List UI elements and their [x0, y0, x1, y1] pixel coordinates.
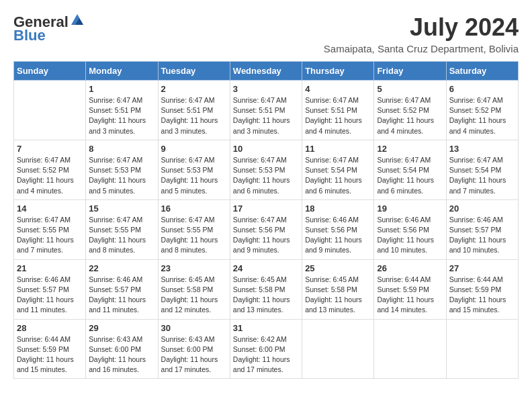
calendar-week-row-4: 28 Sunrise: 6:44 AM Sunset: 5:59 PM Dayl… — [14, 319, 519, 379]
calendar-cell — [14, 81, 86, 140]
calendar-cell: 9 Sunrise: 6:47 AM Sunset: 5:53 PM Dayli… — [158, 140, 230, 199]
day-number: 7 — [17, 144, 83, 154]
day-sunrise: Sunrise: 6:47 AM — [305, 96, 359, 104]
day-daylight: Daylight: 11 hours and 3 minutes. — [89, 116, 146, 134]
day-daylight: Daylight: 11 hours and 3 minutes. — [233, 116, 290, 134]
location-title: Samaipata, Santa Cruz Department, Bolivi… — [324, 43, 519, 54]
day-number: 1 — [89, 84, 154, 94]
day-sunset: Sunset: 6:00 PM — [161, 345, 214, 353]
calendar-cell: 17 Sunrise: 6:47 AM Sunset: 5:56 PM Dayl… — [230, 199, 302, 259]
day-sunrise: Sunrise: 6:42 AM — [233, 335, 287, 343]
day-sunrise: Sunrise: 6:47 AM — [305, 156, 359, 164]
day-sunset: Sunset: 5:53 PM — [89, 166, 141, 174]
day-sunrise: Sunrise: 6:47 AM — [17, 156, 71, 164]
day-sunrise: Sunrise: 6:46 AM — [449, 216, 503, 224]
day-number: 12 — [377, 144, 443, 154]
day-number: 24 — [233, 263, 299, 273]
day-sunset: Sunset: 5:54 PM — [305, 166, 357, 174]
day-sunrise: Sunrise: 6:47 AM — [161, 96, 215, 104]
day-number: 10 — [233, 144, 299, 154]
calendar-cell: 3 Sunrise: 6:47 AM Sunset: 5:51 PM Dayli… — [230, 81, 302, 140]
day-daylight: Daylight: 11 hours and 4 minutes. — [449, 116, 506, 134]
day-sunrise: Sunrise: 6:46 AM — [17, 275, 71, 283]
header: General Blue July 2024 Samaipata, Santa … — [13, 13, 519, 54]
day-sunset: Sunset: 5:52 PM — [449, 106, 502, 114]
day-sunrise: Sunrise: 6:47 AM — [89, 216, 142, 224]
day-sunset: Sunset: 5:58 PM — [305, 285, 357, 293]
calendar-cell: 31 Sunrise: 6:42 AM Sunset: 6:00 PM Dayl… — [230, 319, 302, 379]
day-number: 4 — [305, 84, 371, 94]
day-sunset: Sunset: 5:52 PM — [377, 106, 429, 114]
day-sunset: Sunset: 6:00 PM — [89, 345, 141, 353]
calendar-cell: 26 Sunrise: 6:44 AM Sunset: 5:59 PM Dayl… — [374, 259, 446, 319]
day-sunrise: Sunrise: 6:46 AM — [305, 216, 359, 224]
calendar-cell: 7 Sunrise: 6:47 AM Sunset: 5:52 PM Dayli… — [14, 140, 86, 199]
day-daylight: Daylight: 11 hours and 15 minutes. — [17, 355, 74, 373]
calendar-cell: 22 Sunrise: 6:46 AM Sunset: 5:57 PM Dayl… — [86, 259, 158, 319]
day-daylight: Daylight: 11 hours and 4 minutes. — [17, 176, 74, 194]
day-daylight: Daylight: 11 hours and 5 minutes. — [161, 176, 218, 194]
day-number: 13 — [449, 144, 515, 154]
day-number: 9 — [161, 144, 227, 154]
day-sunrise: Sunrise: 6:47 AM — [449, 96, 503, 104]
day-number: 23 — [161, 263, 227, 273]
calendar-cell: 13 Sunrise: 6:47 AM Sunset: 5:54 PM Dayl… — [446, 140, 518, 199]
calendar-cell: 16 Sunrise: 6:47 AM Sunset: 5:55 PM Dayl… — [158, 199, 230, 259]
day-number: 27 — [449, 263, 515, 273]
calendar-cell: 27 Sunrise: 6:44 AM Sunset: 5:59 PM Dayl… — [446, 259, 518, 319]
header-saturday: Saturday — [446, 62, 518, 81]
day-daylight: Daylight: 11 hours and 10 minutes. — [449, 236, 506, 254]
day-daylight: Daylight: 11 hours and 15 minutes. — [449, 295, 506, 314]
day-daylight: Daylight: 11 hours and 10 minutes. — [377, 236, 434, 254]
calendar-cell: 23 Sunrise: 6:45 AM Sunset: 5:58 PM Dayl… — [158, 259, 230, 319]
calendar-cell: 24 Sunrise: 6:45 AM Sunset: 5:58 PM Dayl… — [230, 259, 302, 319]
day-number: 30 — [161, 323, 227, 333]
day-sunrise: Sunrise: 6:47 AM — [233, 156, 287, 164]
calendar-cell: 25 Sunrise: 6:45 AM Sunset: 5:58 PM Dayl… — [302, 259, 374, 319]
day-sunset: Sunset: 5:59 PM — [377, 285, 429, 293]
day-sunrise: Sunrise: 6:47 AM — [233, 216, 287, 224]
calendar-cell — [446, 319, 518, 379]
day-daylight: Daylight: 11 hours and 4 minutes. — [305, 116, 362, 134]
calendar-table: Sunday Monday Tuesday Wednesday Thursday… — [13, 61, 519, 379]
calendar-cell: 30 Sunrise: 6:43 AM Sunset: 6:00 PM Dayl… — [158, 319, 230, 379]
day-sunrise: Sunrise: 6:44 AM — [17, 335, 71, 343]
day-sunrise: Sunrise: 6:45 AM — [161, 275, 215, 283]
day-sunset: Sunset: 5:55 PM — [17, 226, 69, 234]
day-daylight: Daylight: 11 hours and 8 minutes. — [161, 236, 218, 254]
header-thursday: Thursday — [302, 62, 374, 81]
day-sunrise: Sunrise: 6:47 AM — [377, 156, 431, 164]
day-number: 14 — [17, 203, 83, 214]
logo-blue-text: Blue — [13, 27, 46, 44]
day-daylight: Daylight: 11 hours and 8 minutes. — [89, 236, 146, 254]
day-sunset: Sunset: 5:58 PM — [233, 285, 285, 293]
calendar-week-row-1: 7 Sunrise: 6:47 AM Sunset: 5:52 PM Dayli… — [14, 140, 519, 199]
day-sunrise: Sunrise: 6:47 AM — [161, 216, 215, 224]
day-sunset: Sunset: 5:51 PM — [161, 106, 214, 114]
day-sunset: Sunset: 5:54 PM — [449, 166, 502, 174]
day-sunset: Sunset: 5:56 PM — [233, 226, 285, 234]
day-sunset: Sunset: 5:55 PM — [161, 226, 214, 234]
day-daylight: Daylight: 11 hours and 7 minutes. — [449, 176, 506, 194]
day-number: 16 — [161, 203, 227, 214]
day-sunrise: Sunrise: 6:47 AM — [89, 156, 142, 164]
page-container: General Blue July 2024 Samaipata, Santa … — [13, 13, 519, 379]
day-sunset: Sunset: 5:55 PM — [89, 226, 141, 234]
day-sunrise: Sunrise: 6:44 AM — [449, 275, 503, 283]
weekday-header-row: Sunday Monday Tuesday Wednesday Thursday… — [14, 62, 519, 81]
day-sunrise: Sunrise: 6:43 AM — [161, 335, 215, 343]
day-daylight: Daylight: 11 hours and 3 minutes. — [161, 116, 218, 134]
calendar-cell — [374, 319, 446, 379]
header-friday: Friday — [374, 62, 446, 81]
day-sunset: Sunset: 5:51 PM — [233, 106, 285, 114]
day-sunset: Sunset: 5:57 PM — [89, 285, 141, 293]
day-number: 8 — [89, 144, 154, 154]
logo-icon — [70, 13, 85, 26]
day-sunrise: Sunrise: 6:46 AM — [377, 216, 431, 224]
day-number: 21 — [17, 263, 83, 273]
calendar-week-row-3: 21 Sunrise: 6:46 AM Sunset: 5:57 PM Dayl… — [14, 259, 519, 319]
day-number: 17 — [233, 203, 299, 214]
day-daylight: Daylight: 11 hours and 17 minutes. — [233, 355, 290, 373]
day-sunset: Sunset: 5:52 PM — [17, 166, 69, 174]
title-area: July 2024 Samaipata, Santa Cruz Departme… — [324, 13, 519, 54]
